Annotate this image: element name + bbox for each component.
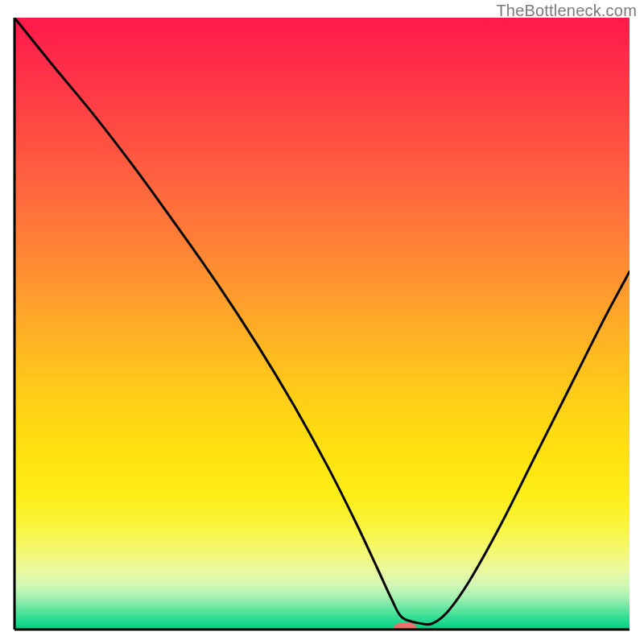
- gradient-background: [14, 18, 630, 633]
- chart-svg: [0, 0, 644, 644]
- watermark-text: TheBottleneck.com: [496, 2, 637, 20]
